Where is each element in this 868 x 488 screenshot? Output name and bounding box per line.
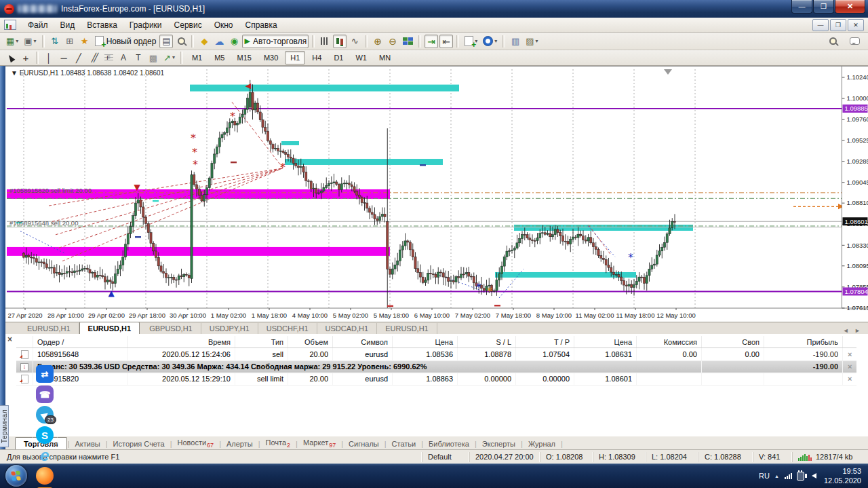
menu-item-Справка[interactable]: Справка bbox=[239, 18, 283, 32]
power-icon[interactable] bbox=[797, 472, 804, 481]
language-indicator[interactable]: RU bbox=[759, 472, 770, 480]
network-icon[interactable] bbox=[784, 472, 792, 479]
auto-scroll-button[interactable]: ⇥ bbox=[425, 35, 438, 48]
column-header[interactable]: Объем bbox=[288, 336, 333, 348]
chart-panel[interactable]: ▲▼****◀****#1058915820 sell limit 20.00#… bbox=[5, 66, 868, 322]
terminal-panel-button[interactable]: ▤ bbox=[159, 35, 173, 48]
tab-Почта[interactable]: Почта2 bbox=[261, 437, 296, 450]
channel-tool-button[interactable]: ╱╱ bbox=[87, 51, 100, 64]
tab-Сигналы[interactable]: Сигналы bbox=[344, 438, 384, 449]
price-chart[interactable]: ▲▼****◀****#1058915820 sell limit 20.00#… bbox=[5, 67, 868, 322]
timeframe-M1[interactable]: M1 bbox=[186, 51, 208, 64]
viber-taskbar-icon[interactable]: ☎ bbox=[32, 384, 58, 405]
navigator-button[interactable]: ★ bbox=[78, 35, 92, 48]
child-minimize-button[interactable]: — bbox=[812, 19, 829, 31]
balance-row[interactable]: ↓Баланс: 30 539.36 USD Средства: 30 349.… bbox=[16, 360, 856, 373]
column-header[interactable]: Цена bbox=[574, 336, 637, 348]
taskbar-clock[interactable]: 19:53 12.05.2020 bbox=[824, 466, 861, 486]
timeframe-M5[interactable]: M5 bbox=[209, 51, 230, 64]
chart-tab-USDCAD,H1[interactable]: USDCAD,H1 bbox=[317, 323, 378, 334]
arrows-tool-button[interactable]: ↗▾ bbox=[161, 51, 177, 64]
label-tool-button[interactable]: T bbox=[132, 51, 145, 64]
order-row[interactable]: 10589158202020.05.12 15:29:10sell limit2… bbox=[16, 373, 856, 386]
stats-window-button[interactable]: ▥ bbox=[509, 35, 522, 48]
autotrade-button[interactable]: ▶Авто-торговля bbox=[242, 35, 309, 48]
menu-item-Графики[interactable]: Графики bbox=[123, 18, 168, 32]
tab-Эксперты[interactable]: Эксперты bbox=[477, 438, 520, 449]
chart-tab-USDCHF,H1[interactable]: USDCHF,H1 bbox=[258, 323, 317, 334]
chart-tab-EURUSD,H1[interactable]: EURUSD,H1 bbox=[19, 323, 79, 334]
tab-Библиотека[interactable]: Библиотека bbox=[424, 438, 474, 449]
cursor-tool-button[interactable] bbox=[4, 51, 18, 64]
volume-icon[interactable] bbox=[812, 473, 816, 478]
tile-windows-button[interactable] bbox=[401, 35, 415, 48]
chat-button[interactable] bbox=[848, 35, 862, 48]
menu-item-Окно[interactable]: Окно bbox=[208, 18, 239, 32]
crosshair-tool-button[interactable]: + bbox=[19, 51, 33, 64]
terminal-close-icon[interactable]: × bbox=[7, 336, 16, 344]
maximize-button[interactable]: ❐ bbox=[813, 0, 834, 14]
telegram-taskbar-icon[interactable]: ▶23 bbox=[32, 405, 58, 425]
vertical-line-tool-button[interactable]: │ bbox=[42, 51, 56, 64]
menu-item-Вид[interactable]: Вид bbox=[54, 18, 81, 32]
timeframe-M15[interactable]: M15 bbox=[231, 51, 256, 64]
minimize-button[interactable]: — bbox=[791, 0, 812, 14]
indicators-button[interactable]: +▾ bbox=[462, 35, 479, 48]
horizontal-line-tool-button[interactable]: ─ bbox=[57, 51, 71, 64]
terminal-side-tab[interactable]: Терминал bbox=[0, 405, 9, 447]
menu-item-Вставка[interactable]: Вставка bbox=[81, 18, 123, 32]
chart-tab-USDJPY,H1[interactable]: USDJPY,H1 bbox=[201, 323, 258, 334]
row-close-icon[interactable]: × bbox=[843, 373, 856, 386]
teamviewer-taskbar-icon[interactable]: ⇄ bbox=[32, 364, 58, 384]
child-close-button[interactable]: ✕ bbox=[848, 19, 864, 31]
timeframe-H4[interactable]: H4 bbox=[307, 51, 327, 64]
column-header[interactable]: S / L bbox=[458, 336, 516, 348]
zoom-in-button[interactable]: ⊕ bbox=[371, 35, 384, 48]
data-window-button[interactable]: ⊞ bbox=[63, 35, 77, 48]
tab-Журнал[interactable]: Журнал bbox=[524, 438, 560, 449]
text-tool-button[interactable]: A bbox=[117, 51, 130, 64]
new-order-button[interactable]: +Новый ордер bbox=[93, 35, 159, 48]
firefox-taskbar-icon[interactable] bbox=[32, 466, 58, 486]
chart-shift-button[interactable]: ⇤ bbox=[439, 35, 453, 48]
tab-Активы[interactable]: Активы bbox=[71, 438, 105, 449]
market-watch-button[interactable]: ⇅ bbox=[48, 35, 62, 48]
menu-item-Файл[interactable]: Файл bbox=[22, 18, 54, 32]
orders-table[interactable]: Ордер /ВремяТипОбъемСимволЦенаS / LT / P… bbox=[16, 336, 856, 386]
timeframe-W1[interactable]: W1 bbox=[350, 51, 372, 64]
new-chart-button[interactable]: ▦▾ bbox=[4, 35, 20, 48]
column-header[interactable]: Ордер / bbox=[33, 336, 128, 348]
candle-mode-button[interactable] bbox=[333, 35, 347, 48]
chart-tab-EURUSD,H1[interactable]: EURUSD,H1 bbox=[79, 322, 140, 334]
timeframe-M30[interactable]: M30 bbox=[258, 51, 283, 64]
tray-expand-icon[interactable]: ▲ bbox=[774, 474, 779, 478]
tab-Маркет[interactable]: Маркет97 bbox=[298, 437, 340, 450]
tab-Алерты[interactable]: Алерты bbox=[222, 438, 258, 449]
zoom-out-button[interactable]: ⊖ bbox=[386, 35, 399, 48]
periods-button[interactable]: ▾ bbox=[481, 35, 499, 48]
timeframe-D1[interactable]: D1 bbox=[328, 51, 349, 64]
column-header[interactable]: Комиссия bbox=[637, 336, 702, 348]
column-header[interactable]: T / P bbox=[516, 336, 574, 348]
fibonacci-tool-button[interactable]: F bbox=[102, 51, 115, 64]
community-button[interactable]: ☁ bbox=[212, 35, 226, 48]
tab-scroll-arrows[interactable]: ◄ ► bbox=[843, 327, 863, 334]
chart-tab-GBPUSD,H1[interactable]: GBPUSD,H1 bbox=[141, 323, 201, 334]
column-header[interactable]: Тип bbox=[235, 336, 288, 348]
timeframe-MN[interactable]: MN bbox=[374, 51, 396, 64]
tab-Новости[interactable]: Новости67 bbox=[173, 437, 219, 450]
column-header[interactable]: Время bbox=[128, 336, 235, 348]
child-restore-button[interactable]: ❐ bbox=[830, 19, 846, 31]
order-row[interactable]: 10589156482020.05.12 15:24:06sell20.00eu… bbox=[16, 348, 856, 361]
line-chart-mode-button[interactable]: ∿ bbox=[348, 35, 361, 48]
column-header[interactable]: Своп bbox=[702, 336, 764, 348]
skype-taskbar-icon[interactable]: S bbox=[32, 425, 58, 445]
row-close-icon[interactable]: × bbox=[843, 348, 856, 361]
strategy-tester-button[interactable] bbox=[174, 35, 188, 48]
menu-item-Сервис[interactable]: Сервис bbox=[168, 18, 208, 32]
tab-История Счета[interactable]: История Счета bbox=[108, 438, 170, 449]
close-button[interactable]: ✕ bbox=[835, 0, 865, 14]
column-header[interactable]: Прибыль bbox=[764, 336, 843, 348]
signals-button[interactable]: ◉ bbox=[227, 35, 241, 48]
chart-tab-EURUSD,H1[interactable]: EURUSD,H1 bbox=[377, 323, 437, 334]
